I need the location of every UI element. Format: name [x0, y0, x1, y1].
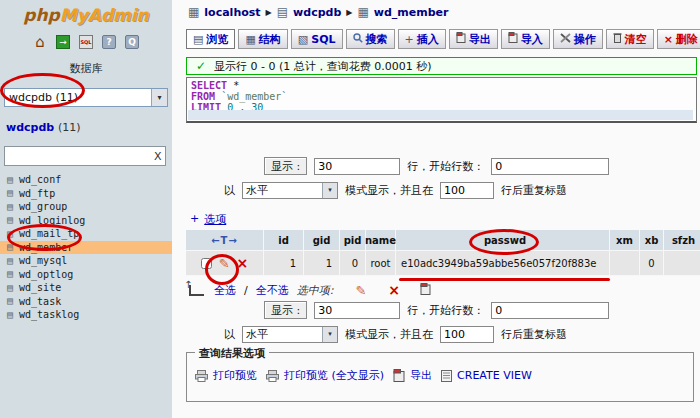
table-icon: ▦ — [357, 5, 368, 19]
edit-selected-icon[interactable]: ✎ — [355, 284, 366, 297]
printer-icon — [266, 370, 279, 382]
table-icon: ▤ — [7, 269, 13, 279]
export-link[interactable]: 导出 — [393, 368, 432, 383]
print-view-full-link[interactable]: 打印预览 (全文显示) — [266, 368, 384, 383]
select-arrow-icon: ▾ — [322, 183, 337, 198]
column-header-sfzh[interactable]: sfzh — [664, 230, 700, 251]
cell-id: 1 — [264, 251, 304, 276]
print-view-link[interactable]: 打印预览 — [195, 368, 257, 383]
row-actions-cell: ✎ × — [186, 251, 264, 276]
uncheck-all-link[interactable]: 全不选 — [256, 283, 289, 298]
repeat-headers-input[interactable] — [440, 182, 494, 199]
repeat-headers-input[interactable] — [440, 326, 494, 343]
tab-search[interactable]: 搜索 — [346, 29, 395, 49]
column-header-passwd[interactable]: passwd — [396, 230, 610, 251]
show-button[interactable]: 显示 : — [264, 301, 307, 319]
with-selected-bar: ↑ 全选 / 全不选 选中项: ✎ × — [189, 283, 431, 298]
sql-window-icon[interactable]: SQL — [79, 35, 93, 49]
results-table: ←T→ id gid pid name passwd xm xb sfzh ✎ … — [186, 230, 700, 276]
options-toggle[interactable]: + 选项 — [190, 212, 226, 227]
column-header-name[interactable]: name — [366, 230, 396, 251]
table-icon: ▤ — [7, 215, 13, 225]
column-header-xb[interactable]: xb — [640, 230, 664, 251]
cell-sfzh — [664, 251, 700, 276]
column-header-id[interactable]: id — [264, 230, 304, 251]
column-header-xm[interactable]: xm — [610, 230, 640, 251]
tab-drop[interactable]: ×删除 — [657, 29, 700, 49]
column-header-pid[interactable]: pid — [340, 230, 366, 251]
query-window-icon[interactable]: Q — [125, 35, 139, 49]
database-icon: ▤ — [277, 5, 288, 19]
table-header-row: ←T→ id gid pid name passwd xm xb sfzh — [186, 230, 700, 251]
sidebar-item-wd_task[interactable]: ▤wd_task — [0, 295, 172, 309]
table-icon: ▤ — [7, 283, 13, 293]
tab-operations[interactable]: 操作 — [553, 29, 603, 49]
tab-empty[interactable]: 清空 — [606, 29, 654, 49]
server-icon: ▦ — [188, 5, 199, 19]
repeat-suffix-label: 行后重复标题 — [501, 183, 567, 198]
breadcrumb-database[interactable]: wdcpdb — [293, 6, 341, 19]
start-row-input[interactable] — [491, 158, 609, 175]
table-icon: ▤ — [7, 175, 13, 185]
sql-line-from: FROM `wd_member` — [191, 91, 692, 102]
sidebar-item-wd_ftp[interactable]: ▤wd_ftp — [0, 187, 172, 201]
database-link[interactable]: wdcpdb (11) — [6, 121, 81, 134]
start-row-input[interactable] — [491, 302, 609, 319]
filter-clear-button[interactable]: X — [150, 150, 166, 163]
delete-x-icon[interactable]: × — [237, 257, 249, 270]
tab-import[interactable]: 导入 — [501, 29, 550, 49]
sidebar-item-wd_mail_tp[interactable]: ▤wd_mail_tp — [0, 227, 172, 241]
sidebar-item-wd_group[interactable]: ▤wd_group — [0, 200, 172, 214]
tab-browse[interactable]: ▤浏览 — [186, 29, 235, 49]
edit-pencil-icon[interactable]: ✎ — [219, 257, 230, 270]
tab-structure[interactable]: ▦结构 — [238, 29, 287, 49]
column-nav-arrows[interactable]: ←T→ — [211, 235, 238, 246]
chevron-right-icon: ▶ — [346, 8, 352, 17]
breadcrumb-table[interactable]: wd_member — [374, 6, 449, 19]
sidebar-item-wd_loginlog[interactable]: ▤wd_loginlog — [0, 214, 172, 228]
tab-sql[interactable]: ▧SQL — [291, 29, 343, 49]
display-mode-select[interactable]: 水平 ▾ — [242, 326, 338, 343]
tab-export[interactable]: 导出 — [449, 29, 498, 49]
create-view-link[interactable]: CREATE VIEW — [441, 369, 532, 382]
database-select[interactable]: wdcpdb (11) ▾ — [4, 88, 168, 107]
browse-icon: ▤ — [193, 33, 203, 46]
sql-line-select: SELECT * — [191, 80, 692, 91]
display-mode-select[interactable]: 水平 ▾ — [242, 182, 338, 199]
num-rows-input[interactable] — [314, 302, 400, 319]
sidebar-item-wd_conf[interactable]: ▤wd_conf — [0, 173, 172, 187]
table-icon: ▤ — [7, 310, 13, 320]
operations-icon — [560, 33, 571, 46]
column-header-gid[interactable]: gid — [304, 230, 340, 251]
logout-icon[interactable]: → — [56, 35, 70, 49]
num-rows-input[interactable] — [314, 158, 400, 175]
mode-prefix-label: 以 — [224, 183, 235, 198]
table-filter-box: X — [4, 146, 166, 166]
sidebar-item-wd_member[interactable]: ▤wd_member — [0, 241, 172, 255]
column-nav-header[interactable]: ←T→ — [186, 230, 264, 251]
breadcrumb-server[interactable]: localhost — [204, 6, 260, 19]
pagination-controls-bottom: 显示 : 行，开始行数： 以 水平 ▾ 模式显示，并且在 行后重复标题 — [186, 300, 697, 344]
show-button[interactable]: 显示 : — [264, 157, 307, 175]
cell-xm — [610, 251, 640, 276]
chevron-right-icon: ▶ — [266, 8, 272, 17]
create-view-icon — [441, 370, 452, 382]
structure-icon: ▦ — [245, 33, 255, 46]
sidebar-icon-bar: ⌂ → SQL ? Q — [0, 34, 172, 50]
export-selected-icon[interactable] — [420, 283, 431, 298]
sidebar-item-wd_optlog[interactable]: ▤wd_optlog — [0, 268, 172, 282]
sidebar-item-wd_mysql[interactable]: ▤wd_mysql — [0, 254, 172, 268]
cell-gid: 1 — [304, 251, 340, 276]
check-all-link[interactable]: 全选 — [214, 283, 236, 298]
table-filter-input[interactable] — [5, 148, 150, 164]
tab-insert[interactable]: +插入 — [398, 29, 446, 49]
database-select-arrow-icon[interactable]: ▾ — [151, 89, 167, 106]
phpmyadmin-logo: phpMyAdmin — [0, 0, 172, 25]
delete-selected-icon[interactable]: × — [388, 284, 400, 297]
sidebar-item-wd_tasklog[interactable]: ▤wd_tasklog — [0, 308, 172, 322]
sidebar-item-wd_site[interactable]: ▤wd_site — [0, 281, 172, 295]
row-checkbox[interactable] — [201, 258, 212, 269]
home-icon[interactable]: ⌂ — [33, 35, 47, 49]
help-icon[interactable]: ? — [102, 35, 116, 49]
database-select-value: wdcpdb (11) — [5, 91, 151, 104]
